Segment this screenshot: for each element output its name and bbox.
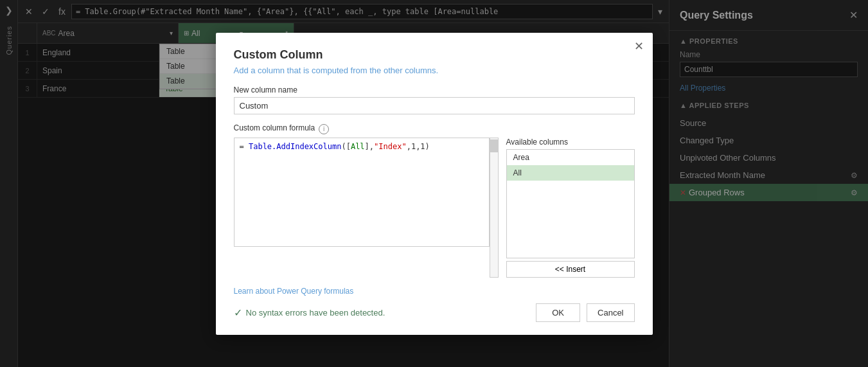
modal-close-button[interactable]: ✕ (634, 40, 644, 52)
syntax-ok-text: No syntax errors have been detected. (246, 308, 385, 318)
available-columns-list: Area All (506, 149, 635, 258)
formula-num2: 1 (420, 142, 425, 151)
syntax-status: ✓ No syntax errors have been detected. (234, 307, 385, 319)
formula-row: = Table.AddIndexColumn([All],"Index",1,1… (234, 138, 635, 278)
modal-footer: ✓ No syntax errors have been detected. O… (234, 303, 635, 322)
formula-scrollbar[interactable] (490, 138, 499, 278)
formula-comma1: , (369, 142, 374, 151)
modal-subtitle: Add a column that is computed from the o… (234, 66, 635, 75)
modal-title: Custom Column (234, 48, 635, 62)
formula-area: = Table.AddIndexColumn([All],"Index",1,1… (234, 138, 499, 278)
col-name-input[interactable] (234, 97, 635, 114)
formula-eq: = (240, 142, 249, 151)
formula-display[interactable]: = Table.AddIndexColumn([All],"Index",1,1… (234, 138, 490, 247)
col-name-label: New column name (234, 85, 635, 94)
formula-function-name: Table.AddIndexColumn (249, 142, 342, 151)
ok-button[interactable]: OK (536, 303, 580, 322)
formula-string: "Index" (374, 142, 407, 151)
cancel-button[interactable]: Cancel (587, 303, 634, 322)
formula-bracket1: [ (346, 142, 351, 151)
modal-button-row: OK Cancel (536, 303, 634, 322)
available-columns-panel: Available columns Area All << Insert (506, 138, 635, 278)
formula-bracket2: ] (365, 142, 369, 151)
avail-col-area[interactable]: Area (507, 150, 634, 165)
formula-col-ref: All (351, 142, 365, 151)
insert-button[interactable]: << Insert (506, 261, 635, 278)
available-columns-label: Available columns (506, 138, 635, 147)
custom-column-modal: ✕ Custom Column Add a column that is com… (216, 33, 653, 335)
formula-paren2: ) (425, 142, 430, 151)
formula-input-wrapper: = Table.AddIndexColumn([All],"Index",1,1… (234, 138, 499, 278)
learn-link[interactable]: Learn about Power Query formulas (234, 287, 635, 296)
formula-paren1: ( (341, 142, 346, 151)
formula-comma2: , (407, 142, 411, 151)
modal-overlay: ✕ Custom Column Add a column that is com… (0, 0, 868, 367)
avail-col-all[interactable]: All (507, 165, 634, 181)
syntax-check-icon: ✓ (234, 307, 242, 319)
formula-label-row: Custom column formula i (234, 123, 635, 135)
formula-info-icon[interactable]: i (319, 124, 329, 134)
formula-label: Custom column formula (234, 123, 315, 132)
formula-scrollbar-thumb (490, 139, 498, 152)
